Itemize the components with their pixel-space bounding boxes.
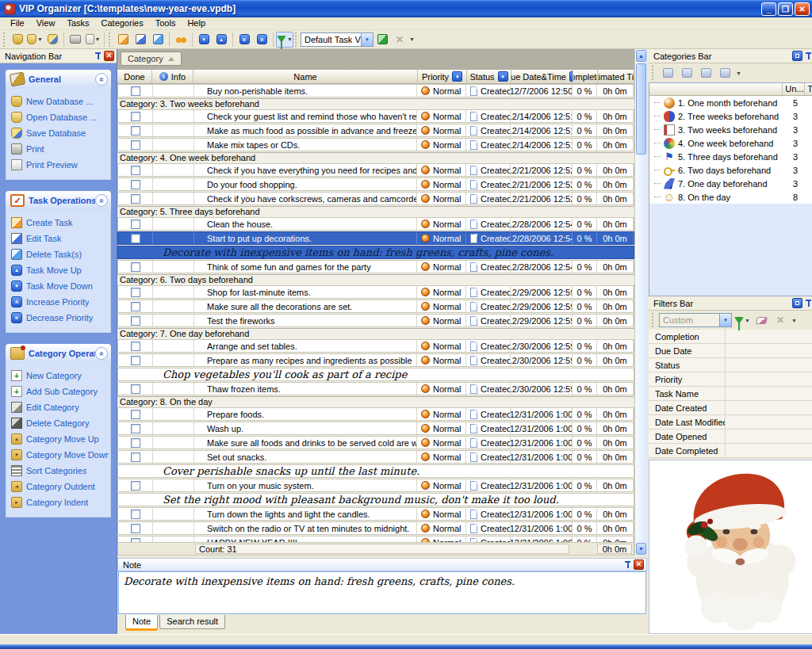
nav-item[interactable]: Decrease Priority: [11, 310, 109, 326]
status-cell[interactable]: Created: [466, 232, 511, 244]
group-by-category-tab[interactable]: Category: [121, 52, 182, 66]
due-date-cell[interactable]: 12/21/2006 12:52: [511, 164, 573, 176]
priority-cell[interactable]: Normal: [417, 193, 466, 204]
menu-item[interactable]: View: [31, 17, 61, 29]
table-row[interactable]: Category: 3. Two weeks beforehand: [117, 98, 634, 109]
table-row[interactable]: Prepare foods. Normal Created 12/31/2006…: [117, 407, 634, 421]
done-checkbox[interactable]: [131, 262, 140, 272]
name-cell[interactable]: Turn down the lights and light the candl…: [194, 508, 417, 520]
status-cell[interactable]: Created: [466, 139, 511, 151]
nav-item[interactable]: Create Task: [11, 215, 109, 231]
done-checkbox[interactable]: [131, 452, 140, 462]
new-category-button[interactable]: [659, 65, 676, 81]
filter-value-cell[interactable]: [725, 387, 812, 400]
edit-category-button[interactable]: [697, 65, 714, 81]
priority-cell[interactable]: Normal: [417, 232, 466, 244]
tab-note[interactable]: Note: [125, 615, 158, 631]
category-list-item[interactable]: 8. On the day 8 8: [649, 190, 812, 204]
done-checkbox[interactable]: [131, 220, 140, 229]
done-checkbox[interactable]: [131, 481, 140, 491]
pin-icon[interactable]: [94, 52, 102, 61]
done-checkbox[interactable]: [131, 438, 140, 448]
filter-row[interactable]: Date Opened: [649, 429, 812, 444]
name-cell[interactable]: Prepare as many recipes and ingredients …: [194, 354, 417, 366]
table-row[interactable]: Make sure all the decorations are set. N…: [117, 300, 634, 313]
done-checkbox[interactable]: [131, 112, 140, 121]
table-row[interactable]: Make as much food as possible in advance…: [117, 124, 634, 137]
table-row[interactable]: Switch on the radio or TV at ten minutes…: [117, 521, 634, 535]
decrease-priority-button[interactable]: [236, 32, 253, 48]
filter-preset-combobox[interactable]: Custom: [659, 313, 732, 327]
due-date-cell[interactable]: 12/14/2006 12:51: [511, 110, 573, 122]
menu-item[interactable]: Categories: [96, 17, 149, 29]
column-header-completed[interactable]: Completed: [573, 70, 598, 84]
filter-row[interactable]: Status: [649, 358, 812, 372]
filter-value-cell[interactable]: [725, 444, 812, 457]
priority-cell[interactable]: Normal: [417, 479, 466, 491]
table-row[interactable]: Do your food shopping. Normal Created 12…: [117, 178, 634, 191]
status-cell[interactable]: Created: [466, 193, 511, 204]
due-date-cell[interactable]: 12/29/2006 12:59: [511, 315, 573, 326]
task-note-text[interactable]: Decorate with inexpensive items on hand:…: [118, 246, 634, 258]
status-cell[interactable]: Created: [466, 300, 511, 312]
nav-item[interactable]: Save Database: [11, 125, 109, 141]
increase-priority-button[interactable]: [253, 32, 270, 48]
due-date-cell[interactable]: 12/21/2006 12:52: [511, 178, 573, 190]
table-row[interactable]: Check if you have corkscrews, cameras an…: [117, 192, 634, 205]
priority-cell[interactable]: Normal: [417, 340, 466, 352]
pin-icon[interactable]: [804, 52, 812, 61]
done-checkbox[interactable]: [131, 302, 140, 311]
delete-task-button[interactable]: [149, 32, 167, 48]
status-cell[interactable]: Created: [466, 508, 511, 520]
filter-value-cell[interactable]: [725, 401, 812, 414]
apply-filter-button[interactable]: ▼: [733, 312, 751, 328]
table-row[interactable]: Check your guest list and remind those w…: [117, 109, 634, 123]
tab-search-result[interactable]: Search result: [159, 615, 225, 629]
due-date-cell[interactable]: 12/14/2006 12:51: [511, 124, 573, 136]
table-row[interactable]: Set the right mood with pleasant backgro…: [117, 493, 634, 506]
status-cell[interactable]: Created: [466, 451, 511, 463]
combobox-dropdown-icon[interactable]: [361, 33, 373, 46]
status-cell[interactable]: Created: [466, 164, 511, 176]
table-row[interactable]: Shop for last-minute items. Normal Creat…: [117, 285, 634, 299]
table-row[interactable]: Category: 7. One day beforehand: [117, 328, 634, 338]
collapse-chevron-icon[interactable]: [95, 73, 108, 86]
scroll-up-arrow[interactable]: ▲: [636, 50, 646, 62]
table-row[interactable]: Start to put up decorations. Normal Crea…: [117, 231, 634, 245]
column-header-unfinished[interactable]: Un...: [782, 83, 804, 95]
done-checkbox[interactable]: [131, 316, 140, 326]
nav-item[interactable]: Category Move Down: [11, 447, 109, 463]
table-row[interactable]: Buy non-perishable items. Normal Created…: [117, 84, 634, 97]
priority-cell[interactable]: Normal: [417, 315, 466, 326]
done-checkbox[interactable]: [131, 524, 140, 533]
filter-row[interactable]: Task Name: [649, 387, 812, 401]
name-cell[interactable]: Shop for last-minute items.: [194, 286, 417, 298]
nav-item[interactable]: Open Database ...: [11, 109, 109, 125]
nav-item[interactable]: Task Move Up: [11, 262, 109, 278]
due-date-cell[interactable]: 12/31/2006 1:00: [511, 437, 573, 449]
table-row[interactable]: Make sure all foods and drinks to be ser…: [117, 436, 634, 449]
table-row[interactable]: Make mix tapes or CDs. Normal Created 12…: [117, 138, 634, 151]
status-cell[interactable]: Created: [466, 522, 511, 534]
menu-item[interactable]: Tasks: [61, 17, 94, 29]
priority-cell[interactable]: Normal: [417, 164, 466, 176]
priority-cell[interactable]: Normal: [417, 408, 466, 420]
open-database-button[interactable]: ▼: [26, 32, 44, 48]
task-move-down-button[interactable]: [195, 32, 213, 48]
due-date-cell[interactable]: 12/31/2006 1:00: [511, 522, 573, 534]
done-checkbox[interactable]: [131, 384, 140, 394]
name-cell[interactable]: Buy non-perishable items.: [194, 85, 417, 97]
toolbar-overflow-caret-icon[interactable]: ▼: [791, 318, 797, 323]
collapse-chevron-icon[interactable]: [95, 194, 108, 207]
table-row[interactable]: Decorate with inexpensive items on hand:…: [117, 246, 634, 259]
scroll-down-arrow[interactable]: ▼: [636, 543, 646, 555]
filter-value-cell[interactable]: [725, 330, 812, 343]
close-icon[interactable]: ✕: [104, 51, 114, 61]
done-checkbox[interactable]: [131, 166, 140, 175]
menu-item[interactable]: Tools: [150, 17, 182, 29]
nav-item[interactable]: Print Preview: [11, 157, 109, 173]
status-cell[interactable]: Created: [466, 422, 511, 434]
priority-cell[interactable]: Normal: [417, 422, 466, 434]
pin-icon[interactable]: [623, 560, 632, 570]
title-bar[interactable]: VIP Organizer [C:\templates\new-year-eve…: [0, 0, 812, 17]
